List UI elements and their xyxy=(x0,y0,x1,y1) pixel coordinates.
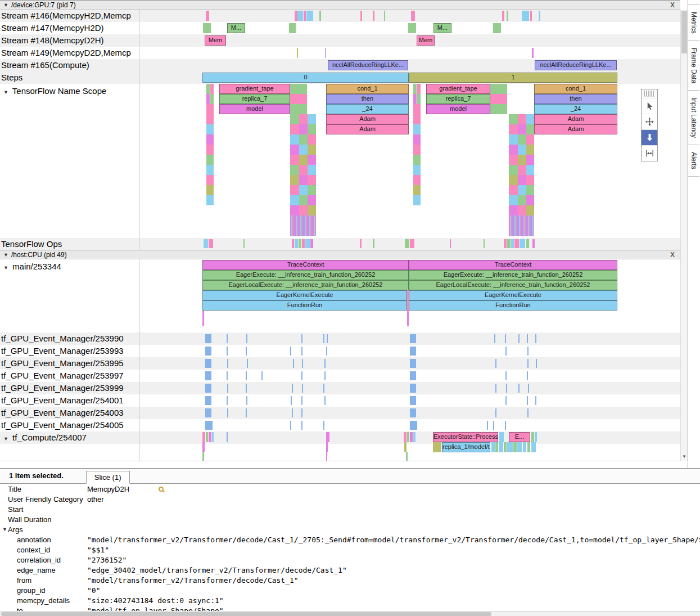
trace-sliver[interactable] xyxy=(509,124,518,134)
trace-sliver[interactable] xyxy=(290,114,299,124)
trace-sliver[interactable] xyxy=(299,205,308,215)
trace-sliver[interactable] xyxy=(299,114,308,124)
trace-sliver[interactable] xyxy=(204,239,208,248)
trace-sliver[interactable] xyxy=(509,134,518,145)
trace-sliver[interactable] xyxy=(413,124,421,134)
trace-sliver[interactable] xyxy=(433,442,441,452)
slice-model[interactable]: model xyxy=(219,104,290,114)
trace-sliver[interactable] xyxy=(302,239,305,248)
trace-sliver[interactable] xyxy=(405,239,409,248)
side-tab-frame-data[interactable]: Frame Data xyxy=(688,41,699,91)
slice-m[interactable]: M... xyxy=(227,23,245,33)
slice-cond-1[interactable]: cond_1 xyxy=(534,84,617,94)
trace-sliver[interactable] xyxy=(308,114,316,124)
trace-sliver[interactable] xyxy=(289,23,296,33)
slice-gradient-tape[interactable]: gradient_tape xyxy=(219,84,290,94)
trace-sliver[interactable] xyxy=(290,155,299,165)
trace-sliver[interactable] xyxy=(308,205,316,215)
trace-sliver[interactable] xyxy=(410,359,416,368)
trace-sliver[interactable] xyxy=(205,347,211,356)
trace-sliver[interactable] xyxy=(413,104,421,114)
trace-sliver[interactable] xyxy=(526,165,534,175)
trace-sliver[interactable] xyxy=(413,432,416,442)
trace-sliver[interactable] xyxy=(308,185,316,195)
trace-sliver[interactable] xyxy=(310,239,313,248)
trace-sliver[interactable] xyxy=(491,442,495,452)
trace-sliver[interactable] xyxy=(290,421,291,430)
trace-sliver[interactable] xyxy=(206,155,214,165)
slice-adam[interactable]: Adam xyxy=(326,124,409,134)
trace-sliver[interactable] xyxy=(299,134,308,145)
trace-sliver[interactable] xyxy=(505,371,507,380)
trace-sliver[interactable] xyxy=(290,94,307,104)
trace-sliver[interactable] xyxy=(299,145,308,155)
trace-sliver[interactable] xyxy=(484,239,485,248)
trace-sliver[interactable] xyxy=(302,384,303,393)
trace-sliver[interactable] xyxy=(323,384,324,393)
trace-sliver[interactable] xyxy=(290,205,299,215)
vertical-scrollbar-thumb[interactable] xyxy=(681,11,687,53)
trace-sliver[interactable] xyxy=(246,408,247,417)
trace-sliver[interactable] xyxy=(227,359,228,368)
trace-sliver[interactable] xyxy=(526,195,534,205)
trace-sliver[interactable] xyxy=(203,23,211,33)
trace-sliver[interactable] xyxy=(299,155,308,165)
slice-adam[interactable]: Adam xyxy=(534,114,617,124)
trace-sliver[interactable] xyxy=(308,155,316,165)
trace-sliver[interactable] xyxy=(206,11,209,21)
trace-sliver[interactable] xyxy=(518,205,526,215)
main-thread-group[interactable]: ▼ main/253344 xyxy=(3,260,61,274)
gpu-process-header[interactable]: ▼ /device:GPU:7 (pid 7) X xyxy=(0,0,680,10)
trace-sliver[interactable] xyxy=(295,239,298,248)
slice-eagerkernelexecute[interactable]: EagerKernelExecute xyxy=(409,290,617,300)
trace-sliver[interactable] xyxy=(206,195,214,205)
trace-sliver[interactable] xyxy=(205,334,211,343)
trace-sliver[interactable] xyxy=(227,347,228,356)
trace-sliver[interactable] xyxy=(517,442,522,452)
horizontal-scrollbar-thumb[interactable] xyxy=(1,612,491,616)
trace-sliver[interactable] xyxy=(299,239,301,248)
trace-sliver[interactable] xyxy=(527,334,528,343)
trace-sliver[interactable] xyxy=(227,334,228,343)
slice-eagerexecute-inference-train-function-260252[interactable]: EagerExecute: __inference_train_function… xyxy=(202,270,409,280)
trace-sliver[interactable] xyxy=(527,347,529,356)
trace-sliver[interactable] xyxy=(526,185,534,195)
trace-sliver[interactable] xyxy=(531,432,534,442)
trace-sliver[interactable] xyxy=(526,175,534,185)
trace-sliver[interactable] xyxy=(360,11,362,21)
slice-eagerkernelexecute[interactable]: EagerKernelExecute xyxy=(202,290,407,300)
trace-sliver[interactable] xyxy=(206,145,214,155)
trace-sliver[interactable] xyxy=(209,239,213,248)
trace-sliver[interactable] xyxy=(227,432,228,442)
trace-sliver[interactable] xyxy=(509,175,518,185)
trace-sliver[interactable] xyxy=(509,195,518,205)
trace-sliver[interactable] xyxy=(205,359,211,368)
slice-adam[interactable]: Adam xyxy=(534,124,617,134)
trace-sliver[interactable] xyxy=(206,124,214,134)
tf-compute-group[interactable]: ▼ tf_Compute/254007 xyxy=(3,431,87,445)
trace-sliver[interactable] xyxy=(523,442,526,452)
trace-sliver[interactable] xyxy=(499,432,504,442)
slice-functionrun[interactable]: FunctionRun xyxy=(409,300,617,311)
trace-sliver[interactable] xyxy=(292,408,293,417)
trace-sliver[interactable] xyxy=(206,165,214,175)
trace-sliver[interactable] xyxy=(520,239,525,248)
slice-adam[interactable]: Adam xyxy=(326,114,409,124)
trace-sliver[interactable] xyxy=(526,134,534,145)
slice-24[interactable]: _24 xyxy=(534,104,617,114)
trace-sliver[interactable] xyxy=(202,432,205,442)
slice-eagerexecute-inference-train-function-260252[interactable]: EagerExecute: __inference_train_function… xyxy=(409,270,617,280)
slice-ncclallreduceringllke[interactable]: ncclAllReduceRingLLKe... xyxy=(328,60,408,70)
trace-sliver[interactable] xyxy=(526,239,529,248)
trace-sliver[interactable] xyxy=(410,432,413,442)
trace-sliver[interactable] xyxy=(297,48,298,58)
trace-sliver[interactable] xyxy=(509,155,518,165)
trace-sliver[interactable] xyxy=(324,359,326,368)
trace-sliver[interactable] xyxy=(325,48,326,58)
trace-sliver[interactable] xyxy=(505,421,506,430)
trace-sliver[interactable] xyxy=(373,239,374,248)
trace-sliver[interactable] xyxy=(326,452,327,461)
trace-sliver[interactable] xyxy=(526,155,534,165)
trace-sliver[interactable] xyxy=(507,239,511,248)
palette-grip-handle[interactable] xyxy=(644,91,655,97)
